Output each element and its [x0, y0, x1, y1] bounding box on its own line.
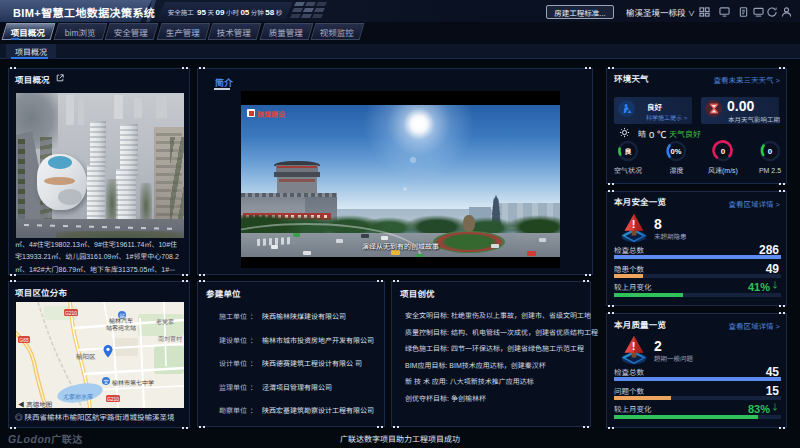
svg-text:!: ! — [632, 340, 636, 352]
svg-text:!: ! — [632, 218, 636, 230]
svg-text:G210: G210 — [65, 309, 77, 316]
svg-text:G210: G210 — [107, 395, 119, 402]
svg-text:G65: G65 — [19, 336, 29, 343]
svg-text:文: 文 — [103, 378, 109, 386]
